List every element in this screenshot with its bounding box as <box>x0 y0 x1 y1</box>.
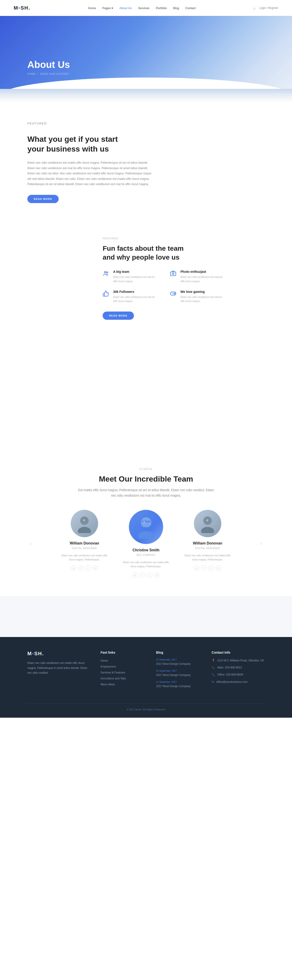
fact-title-gaming: We love gaming <box>180 290 226 294</box>
fact-body-gaming: Etiam nec odio vestibulum est mat tis ef… <box>180 295 226 303</box>
fact-text-photo: Photo enthuzjast Etiam nec odio vestibul… <box>180 270 226 283</box>
social-g-2[interactable]: g <box>194 565 199 571</box>
svg-rect-16 <box>141 520 151 522</box>
fact-body-photo: Etiam nec odio vestibulum est suat tis e… <box>180 275 226 283</box>
team-body-1: Etiam nec odio vestibulum est mattis eff… <box>121 560 171 569</box>
what-you-get-read-more[interactable]: READ MORE <box>27 195 59 203</box>
footer-copyright: © 2017 Mosh. All Rights Reserved. <box>27 708 265 711</box>
login-register-link[interactable]: Login / Register <box>259 6 278 10</box>
social-g-0[interactable]: g <box>71 565 76 571</box>
blog-post-2: 22 September, 2017 2017 Most Design Comp… <box>156 681 200 688</box>
team-role-2: DIGITAL DESIGNER <box>182 546 233 550</box>
team-body-0: Etiam nec odio vestibulum est mattis eff… <box>59 554 110 562</box>
svg-point-7 <box>174 293 175 293</box>
phone-icon-2: 📞 <box>212 673 215 676</box>
fact-item-followers: 30k Followers Etiam nec odio vestibulum … <box>103 290 158 303</box>
team-social-1: g f t in <box>121 572 171 578</box>
svg-point-8 <box>174 294 175 294</box>
footer-fast-links: Fast links Home Employment Services & Fe… <box>101 651 145 692</box>
breadcrumb-separator: / <box>38 73 38 75</box>
social-f-0[interactable]: f <box>78 565 83 571</box>
footer-link-home[interactable]: Home <box>101 659 108 662</box>
nav-services[interactable]: Services <box>138 6 150 10</box>
svg-point-1 <box>107 272 108 273</box>
blog-link-2[interactable]: 2017 Most Design Company <box>156 684 200 688</box>
what-you-get-body: Etiam nec odio vestibulum est mattis eff… <box>27 160 153 187</box>
social-in-0[interactable]: in <box>93 565 98 571</box>
footer-contact: Contact Info 📍 412/ 58 C Midlane Road, G… <box>212 651 265 692</box>
social-f-2[interactable]: f <box>201 565 207 571</box>
nav-pages[interactable]: Pages ▾ <box>102 6 113 10</box>
social-g-1[interactable]: g <box>132 572 138 578</box>
svg-point-10 <box>78 527 91 533</box>
team-body-2: Etiam nec odio vestibulum est mattis eff… <box>182 554 233 562</box>
contact-address-item: 📍 412/ 58 C Midlane Road, Gibraltar, UK <box>212 659 265 663</box>
social-in-1[interactable]: in <box>154 572 160 578</box>
social-t-1[interactable]: t <box>147 572 152 578</box>
nav-contact[interactable]: Contact <box>185 6 196 10</box>
footer-link-services[interactable]: Services & Features <box>101 671 125 674</box>
team-section-title: Meet Our Incredible Team <box>27 474 265 484</box>
breadcrumb-home[interactable]: HOME <box>27 73 36 75</box>
social-t-2[interactable]: t <box>209 565 214 571</box>
footer-phone2: Office: 203-809-8649 <box>217 673 243 677</box>
footer-link-accordions[interactable]: Accordions and Tabs <box>101 677 126 680</box>
blog-date-2: 22 September, 2017 <box>156 681 200 683</box>
footer-address: 412/ 58 C Midlane Road, Gibraltar, UK <box>217 659 264 663</box>
svg-point-3 <box>172 273 174 275</box>
blog-date-1: 22 September, 2017 <box>156 670 200 672</box>
social-f-1[interactable]: f <box>140 572 145 578</box>
team-cards: William Donovan DIGITAL DESIGNER Etiam n… <box>34 510 258 578</box>
nav-portfolio[interactable]: Portfolio <box>156 6 167 10</box>
fact-body-followers: Etiam nec odio vestibulum est mat tis ef… <box>113 295 158 303</box>
team-card-1: Christine Smith SEO COMPANY Etiam nec od… <box>121 510 171 578</box>
blog-link-1[interactable]: 2017 Most Design Company <box>156 673 200 677</box>
footer-contact-title: Contact Info <box>212 651 265 654</box>
logo[interactable]: M▪SH. <box>14 5 30 11</box>
fact-item-gaming: We love gaming Etiam nec odio vestibulum… <box>170 290 226 303</box>
fact-text-team: A big team Etiam nec odio vestibulum est… <box>113 270 158 283</box>
hero-section: About Us HOME / READ OUR HISTORY <box>0 16 292 89</box>
carousel-next-arrow[interactable]: › <box>258 540 265 547</box>
team-icon <box>103 270 110 278</box>
phone-icon-1: 📞 <box>212 666 215 669</box>
nav-home[interactable]: Home <box>88 6 96 10</box>
grey-divider-section <box>0 596 292 637</box>
svg-point-0 <box>104 271 106 273</box>
carousel-prev-arrow[interactable]: ‹ <box>27 540 34 547</box>
team-social-2: g f t in <box>182 565 233 571</box>
team-section-label: CLIENTS <box>27 468 265 470</box>
gaming-icon <box>170 290 177 298</box>
map-pin-icon: 📍 <box>212 659 215 662</box>
svg-rect-12 <box>82 520 86 520</box>
social-in-2[interactable]: in <box>216 565 221 571</box>
featured-label-2: FEATURED <box>103 237 226 240</box>
navbar-right: ⌕ Login / Register <box>254 6 278 10</box>
team-name-2: William Donovan <box>182 541 233 546</box>
footer-link-menu[interactable]: Menu Ideas <box>101 683 115 686</box>
footer-link-employment[interactable]: Employment <box>101 665 116 668</box>
svg-point-13 <box>141 517 151 528</box>
fun-facts-read-more[interactable]: READ MORE <box>103 312 134 320</box>
team-name-0: William Donovan <box>59 541 110 546</box>
followers-icon <box>103 290 110 298</box>
social-t-0[interactable]: t <box>85 565 91 571</box>
team-role-0: DIGITAL DESIGNER <box>59 546 110 550</box>
search-icon[interactable]: ⌕ <box>254 6 255 10</box>
fun-facts-inner: FEATURED Fun facts about the team and wh… <box>66 237 226 320</box>
footer-blog: Blog 22 September, 2017 2017 Most Design… <box>156 651 200 692</box>
logo-dot: ▪ <box>18 5 21 11</box>
navbar: M▪SH. Home Pages ▾ About Us Services Por… <box>0 0 292 16</box>
svg-point-14 <box>138 531 154 539</box>
team-name-1: Christine Smith <box>121 548 171 552</box>
nav-blog[interactable]: Blog <box>173 6 179 10</box>
team-section: CLIENTS Meet Our Incredible Team Est mat… <box>0 450 292 596</box>
contact-email-item: ✉ office@yourbusiness.com <box>212 680 265 684</box>
nav-about[interactable]: About Us <box>120 6 132 10</box>
blog-link-0[interactable]: 2017 Most Design Company <box>156 662 200 666</box>
nav-menu: Home Pages ▾ About Us Services Portfolio… <box>88 6 196 10</box>
avatar-0 <box>71 510 98 537</box>
team-section-subtitle: Est mattis effic iturut magna. Pellentes… <box>78 487 214 498</box>
team-card-0: William Donovan DIGITAL DESIGNER Etiam n… <box>59 510 110 578</box>
footer-fast-links-title: Fast links <box>101 651 145 654</box>
